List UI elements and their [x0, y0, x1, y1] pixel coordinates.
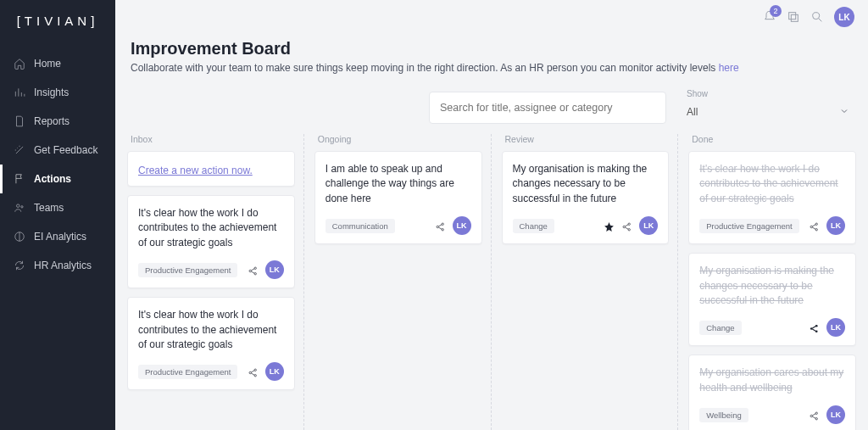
activity-here-link[interactable]: here — [719, 62, 739, 74]
star-icon[interactable] — [604, 221, 615, 232]
column-done: Done It's clear how the work I do contri… — [688, 134, 856, 430]
search-wrapper — [429, 92, 666, 124]
svg-point-13 — [442, 223, 443, 225]
svg-rect-4 — [789, 13, 796, 20]
card-title: It's clear how the work I do contributes… — [138, 308, 284, 352]
share-icon[interactable] — [809, 410, 820, 421]
card-tag: Productive Engagement — [699, 219, 798, 233]
filter-label: Show — [687, 89, 853, 98]
page-subtitle: Collaborate with your team to make sure … — [131, 62, 868, 74]
page-title: Improvement Board — [131, 39, 868, 59]
svg-point-16 — [628, 223, 630, 225]
sidebar-item-reports[interactable]: Reports — [0, 107, 115, 136]
board-card[interactable]: It's clear how the work I do contributes… — [127, 297, 295, 390]
chevron-down-icon — [839, 106, 849, 119]
sidebar-item-hr-analytics[interactable]: HR Analytics — [0, 251, 115, 280]
card-title: It's clear how the work I do contributes… — [138, 206, 284, 250]
page-header: Improvement Board Collaborate with your … — [115, 0, 868, 74]
board-card[interactable]: I am able to speak up and challenge the … — [314, 151, 482, 244]
card-tag: Productive Engagement — [138, 263, 237, 277]
sidebar-item-label: Insights — [34, 87, 69, 98]
share-icon[interactable] — [621, 221, 632, 232]
assignee-avatar: LK — [265, 260, 284, 279]
column-ongoing: Ongoing I am able to speak up and challe… — [314, 134, 482, 430]
sidebar-item-label: Actions — [34, 173, 71, 185]
assignee-avatar: LK — [826, 216, 845, 235]
svg-point-1 — [21, 206, 23, 208]
sidebar-item-label: Teams — [34, 202, 64, 214]
assignee-avatar: LK — [826, 318, 845, 337]
share-icon[interactable] — [248, 265, 259, 276]
board-card[interactable]: My organisation is making the changes ne… — [688, 253, 856, 346]
share-icon[interactable] — [809, 221, 820, 232]
svg-point-8 — [254, 272, 256, 274]
copy-button[interactable] — [787, 10, 800, 24]
kanban-board: Inbox Create a new action now. It's clea… — [115, 124, 868, 430]
svg-point-6 — [249, 270, 251, 271]
column-title: Inbox — [131, 134, 292, 144]
search-input[interactable] — [429, 92, 666, 124]
svg-point-25 — [815, 412, 817, 414]
board-card[interactable]: My organisation cares about my health an… — [688, 355, 856, 430]
sidebar-item-home[interactable]: Home — [0, 49, 115, 78]
card-title: My organisation is making the changes ne… — [699, 264, 845, 308]
svg-point-9 — [249, 371, 251, 373]
svg-point-7 — [254, 267, 256, 269]
card-tag: Communication — [326, 219, 395, 233]
notifications-button[interactable]: 2 — [763, 10, 776, 24]
adjust-icon — [14, 231, 25, 243]
sidebar-item-ei-analytics[interactable]: EI Analytics — [0, 222, 115, 251]
svg-point-11 — [254, 374, 256, 376]
sidebar-item-label: HR Analytics — [34, 260, 92, 271]
flag-icon — [14, 173, 25, 185]
board-card[interactable]: It's clear how the work I do contributes… — [688, 151, 856, 244]
topbar: 2 LK — [763, 7, 854, 27]
board-card[interactable]: It's clear how the work I do contributes… — [127, 195, 295, 288]
sidebar-item-actions[interactable]: Actions — [0, 165, 115, 193]
svg-point-10 — [254, 369, 256, 371]
sidebar-item-teams[interactable]: Teams — [0, 193, 115, 222]
svg-point-24 — [810, 415, 812, 416]
share-icon[interactable] — [248, 366, 259, 377]
bars-icon — [14, 87, 25, 98]
svg-point-19 — [815, 223, 817, 225]
sidebar-item-get-feedback[interactable]: Get Feedback — [0, 136, 115, 165]
card-title: My organisation cares about my health an… — [699, 366, 845, 395]
wand-icon — [14, 144, 25, 156]
card-title: It's clear how the work I do contributes… — [699, 162, 845, 206]
svg-point-14 — [442, 228, 443, 230]
board-card[interactable]: My organisation is making the changes ne… — [502, 151, 670, 244]
create-action-link[interactable]: Create a new action now. — [138, 165, 253, 176]
sidebar-item-label: Home — [34, 58, 61, 70]
sidebar: [TIVIAN] Home Insights Reports Get Feedb… — [0, 0, 115, 430]
assignee-avatar: LK — [453, 216, 471, 235]
share-icon[interactable] — [809, 322, 820, 333]
notification-badge: 2 — [770, 5, 782, 17]
card-title: I am able to speak up and challenge the … — [326, 162, 471, 206]
create-action-card[interactable]: Create a new action now. — [127, 151, 295, 187]
card-tag: Wellbeing — [699, 408, 748, 422]
user-avatar[interactable]: LK — [834, 7, 854, 27]
column-inbox: Inbox Create a new action now. It's clea… — [127, 134, 295, 430]
svg-point-0 — [17, 204, 20, 208]
svg-point-26 — [815, 417, 817, 419]
refresh-icon — [14, 260, 25, 271]
column-title: Review — [505, 134, 666, 144]
card-title: My organisation is making the changes ne… — [513, 162, 659, 206]
svg-point-12 — [437, 226, 438, 227]
filter-wrapper: Show All — [687, 89, 853, 124]
svg-point-20 — [815, 228, 817, 230]
search-button[interactable] — [810, 10, 824, 24]
card-tag: Change — [699, 321, 741, 335]
brand-logo: [TIVIAN] — [0, 0, 115, 41]
document-icon — [14, 115, 25, 127]
home-icon — [14, 58, 25, 70]
assignee-avatar: LK — [265, 362, 284, 381]
sidebar-item-insights[interactable]: Insights — [0, 78, 115, 107]
filter-select[interactable]: All — [687, 100, 853, 124]
share-icon[interactable] — [435, 221, 446, 232]
sidebar-item-label: Get Feedback — [34, 144, 97, 156]
main-content: 2 LK Improvement Board Collaborate with … — [115, 0, 868, 430]
card-tag: Change — [513, 219, 554, 233]
team-icon — [14, 202, 25, 214]
